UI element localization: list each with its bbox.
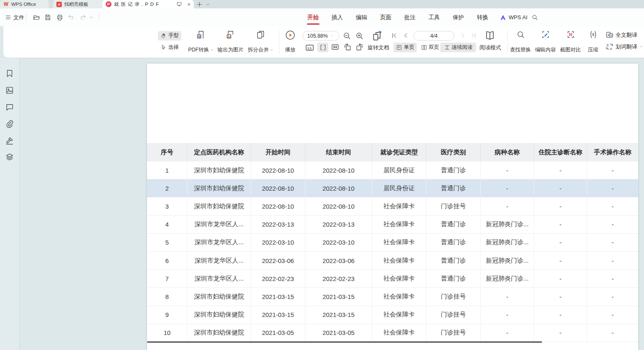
play-button[interactable]: 播放 xyxy=(279,30,301,54)
table-cell: - xyxy=(534,234,587,252)
wps-ai-button[interactable]: WPS AI xyxy=(499,12,527,23)
full-translate-button[interactable]: A 字 全文翻译 xyxy=(606,31,637,39)
ribbon-tab-2[interactable]: 编辑 xyxy=(355,10,368,26)
chevron-down-icon xyxy=(330,34,334,38)
ribbon-tab-6[interactable]: 保护 xyxy=(452,10,464,26)
first-page-button[interactable] xyxy=(391,32,398,39)
rotate-pages-icon xyxy=(372,30,383,41)
close-tab-icon[interactable]: × xyxy=(187,1,190,8)
redo-icon xyxy=(79,14,86,21)
single-page-label: 单页 xyxy=(404,44,414,51)
rotate-right-button[interactable] xyxy=(355,43,364,51)
table-cell: - xyxy=(587,288,638,306)
fit-width-button[interactable] xyxy=(317,43,328,52)
ribbon-tab-4[interactable]: 批注 xyxy=(404,10,416,26)
fit-page-icon xyxy=(331,43,340,51)
compress-button[interactable]: 压缩 xyxy=(582,30,604,54)
continuous-reading-button[interactable]: 连续阅读 xyxy=(440,43,476,52)
print-button[interactable] xyxy=(56,12,63,23)
layers-panel-icon[interactable] xyxy=(5,153,14,162)
menu-search-button[interactable] xyxy=(531,12,538,23)
tab-docer-templates[interactable]: 找稻壳模板 xyxy=(53,0,106,8)
table-cell: 8 xyxy=(147,288,187,306)
pdf-page-canvas[interactable]: 序号定点医药机构名称开始时间结束时间就诊凭证类型医疗类别病种名称住院主诊断名称手… xyxy=(147,64,638,350)
zoom-out-button[interactable] xyxy=(342,31,351,40)
ribbon-tab-3[interactable]: 页面 xyxy=(380,10,392,26)
undo-button[interactable] xyxy=(68,12,75,23)
table-cell: - xyxy=(480,161,534,179)
actual-size-button[interactable]: 1:1 xyxy=(305,43,314,52)
ribbon-tab-7[interactable]: 转换 xyxy=(477,10,489,26)
table-cell: 普通门诊 xyxy=(426,270,480,288)
table-cell: 2022-03-10 xyxy=(251,234,305,252)
rotate-left-button[interactable] xyxy=(343,43,352,51)
tab-list-button[interactable] xyxy=(205,0,210,8)
table-cell: 门诊挂号 xyxy=(426,197,480,215)
new-tab-button[interactable] xyxy=(196,0,203,8)
attachments-panel-icon[interactable] xyxy=(5,119,14,128)
tab-wps-office[interactable]: W WPS Office xyxy=(0,0,49,8)
single-page-button[interactable]: 单页 xyxy=(393,43,417,52)
chevron-down-icon xyxy=(270,48,274,52)
table-row: 10深圳市妇幼保健院2021-03-052021-03-05社会保障卡门诊挂号-… xyxy=(147,324,638,342)
tab-document-pdf[interactable]: P 就医记录.PDF × xyxy=(102,0,194,8)
save-button[interactable] xyxy=(44,12,51,23)
export-image-button[interactable]: 输出为图片 xyxy=(215,30,246,54)
pdf-convert-button[interactable]: W PDF转换 xyxy=(184,30,218,54)
select-tool-button[interactable]: 选择 xyxy=(158,43,181,52)
table-cell: 2021-03-15 xyxy=(251,288,305,306)
pdf-file-icon: P xyxy=(106,1,112,7)
split-merge-button[interactable]: 拆分合并 xyxy=(244,30,277,54)
page-number-input[interactable]: 4/4 xyxy=(413,31,454,41)
find-replace-button[interactable]: 查找替换 xyxy=(507,30,534,54)
zoom-level-select[interactable]: 105.88% xyxy=(302,31,339,41)
table-cell: - xyxy=(587,197,638,215)
ribbon-tab-0[interactable]: 开始 xyxy=(307,10,319,26)
fit-page-button[interactable] xyxy=(331,43,340,51)
screenshot-compare-label: 截图对比 xyxy=(560,46,581,54)
embedded-horizontal-scrollbar[interactable] xyxy=(147,341,542,343)
split-merge-label-row: 拆分合并 xyxy=(248,46,274,54)
reading-mode-button[interactable] xyxy=(484,30,495,41)
rotate-pages-button[interactable] xyxy=(372,30,383,41)
open-file-button[interactable] xyxy=(33,12,40,23)
screenshot-compare-icon xyxy=(566,30,575,39)
table-cell: 普通门诊 xyxy=(426,252,480,270)
fit-width-icon xyxy=(319,44,327,51)
play-icon xyxy=(285,30,295,40)
chevron-down-icon xyxy=(89,15,93,19)
table-cell: 居民身份证 xyxy=(372,161,426,179)
ribbon-tab-1[interactable]: 插入 xyxy=(331,10,343,26)
table-cell: 深圳市妇幼保健院 xyxy=(187,161,251,179)
hand-tool-button[interactable]: 手型 xyxy=(158,31,181,41)
table-cell: - xyxy=(480,179,534,197)
table-cell: - xyxy=(587,234,638,252)
table-cell: - xyxy=(480,197,534,215)
next-page-button[interactable] xyxy=(459,32,466,39)
table-cell: 2021-03-15 xyxy=(305,288,372,306)
comments-panel-icon[interactable] xyxy=(5,102,14,112)
signature-panel-icon[interactable] xyxy=(5,136,14,145)
table-cell: 普通门诊 xyxy=(426,216,480,234)
zoom-in-button[interactable] xyxy=(355,31,364,40)
redo-button[interactable] xyxy=(79,12,86,23)
open-book-icon xyxy=(484,30,495,41)
table-cell: 社会保障卡 xyxy=(372,234,426,252)
pdf-convert-label: PDF转换 xyxy=(188,46,209,54)
last-page-button[interactable] xyxy=(470,32,477,39)
bookmarks-panel-icon[interactable] xyxy=(5,69,14,78)
screen-share-icon[interactable] xyxy=(176,1,182,7)
word-translate-button[interactable]: 文 A 划词翻译 xyxy=(606,43,643,51)
thumbnails-panel-icon[interactable] xyxy=(5,86,14,95)
prev-page-button[interactable] xyxy=(403,32,409,39)
table-cell: 社会保障卡 xyxy=(372,270,426,288)
table-cell: 深圳市龙华区人... xyxy=(187,270,251,288)
first-page-icon xyxy=(391,32,398,39)
file-menu-button[interactable]: 文件 xyxy=(5,12,24,23)
undo-icon xyxy=(68,14,75,21)
edit-content-button[interactable]: 编辑内容 xyxy=(532,30,559,54)
screenshot-compare-button[interactable]: 截图对比 xyxy=(557,30,584,54)
undo-redo-dropdown[interactable] xyxy=(89,12,93,23)
ribbon-tab-5[interactable]: 工具 xyxy=(428,10,440,26)
compress-icon xyxy=(589,30,598,39)
